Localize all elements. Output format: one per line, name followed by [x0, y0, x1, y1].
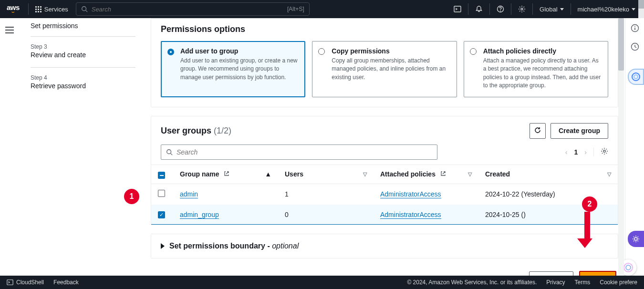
- notifications-icon[interactable]: [470, 0, 488, 18]
- settings-icon[interactable]: [513, 0, 530, 18]
- nav-divider: [532, 3, 533, 15]
- row-checkbox[interactable]: [158, 190, 165, 197]
- step-3-label: Step 3: [31, 43, 135, 50]
- radio-icon: [318, 48, 325, 55]
- caret-down-icon: [632, 8, 635, 10]
- floating-widget-1[interactable]: [628, 69, 644, 85]
- hamburger-icon[interactable]: [0, 22, 19, 40]
- option-add-to-group[interactable]: Add user to group Add user to an existin…: [161, 41, 305, 97]
- option-title: Attach policies directly: [483, 47, 601, 55]
- caret-down-icon: [560, 8, 564, 10]
- annotation-arrow: [582, 212, 592, 248]
- policy-link[interactable]: AdministratorAccess: [380, 190, 441, 198]
- svg-line-19: [171, 153, 173, 155]
- table-row[interactable]: ✓ admin_group 0 AdministratorAccess 2024…: [151, 205, 618, 225]
- aws-smile-icon: ⌣: [11, 10, 15, 14]
- permissions-boundary-toggle[interactable]: Set permissions boundary - optional: [151, 234, 618, 258]
- top-navigation: aws ⌣ Services [Alt+S] Global michael%20…: [0, 0, 644, 18]
- browser-scrollbar-thumb[interactable]: [638, 0, 644, 9]
- refresh-button[interactable]: [530, 123, 546, 139]
- option-copy-permissions[interactable]: Copy permissions Copy all group membersh…: [312, 41, 457, 97]
- filter-icon[interactable]: ▽: [607, 171, 611, 177]
- cookie-preferences-link[interactable]: Cookie prefere: [600, 279, 637, 286]
- services-menu[interactable]: Services: [31, 6, 73, 13]
- filter-icon[interactable]: ▽: [363, 171, 367, 177]
- option-attach-policies[interactable]: Attach policies directly Attach a manage…: [464, 41, 608, 97]
- external-link-icon: [440, 170, 446, 178]
- col-users[interactable]: Users: [285, 170, 303, 178]
- pagination: ‹ 1 ›: [565, 147, 608, 156]
- wizard-footer: Cancel Previous Next: [151, 267, 618, 276]
- cloudshell-label: CloudShell: [16, 279, 44, 286]
- prev-page[interactable]: ‹: [565, 148, 568, 156]
- step-divider: [31, 67, 135, 68]
- cloudshell-link[interactable]: CloudShell: [7, 279, 44, 286]
- option-desc: Add user to an existing group, or create…: [180, 57, 298, 82]
- table-settings-icon[interactable]: [593, 147, 608, 156]
- info-icon[interactable]: [631, 24, 639, 34]
- step-4-name[interactable]: Retrieve password: [31, 81, 135, 96]
- history-icon[interactable]: [631, 42, 639, 52]
- aws-logo[interactable]: aws ⌣: [0, 4, 26, 14]
- search-input[interactable]: [92, 6, 283, 13]
- permissions-boundary-panel: Set permissions boundary - optional: [151, 234, 618, 258]
- terms-link[interactable]: Terms: [575, 279, 591, 286]
- side-nav-toggle-rail: [0, 22, 19, 40]
- sort-asc-icon[interactable]: ▲: [265, 170, 271, 178]
- cancel-button[interactable]: Cancel: [488, 272, 523, 276]
- svg-point-15: [634, 237, 637, 240]
- search-icon: [166, 149, 173, 155]
- policy-link[interactable]: AdministratorAccess: [380, 211, 441, 219]
- col-created[interactable]: Created: [485, 170, 510, 178]
- help-icon[interactable]: [492, 0, 509, 18]
- search-shortcut: [Alt+S]: [287, 6, 304, 12]
- group-name-link[interactable]: admin_group: [180, 211, 219, 219]
- next-page[interactable]: ›: [584, 148, 587, 156]
- svg-point-5: [521, 8, 523, 10]
- option-desc: Attach a managed policy directly to a us…: [483, 57, 601, 90]
- col-attached-policies[interactable]: Attached policies: [380, 170, 436, 178]
- col-group-name[interactable]: Group name: [180, 170, 219, 178]
- row-checkbox[interactable]: ✓: [158, 211, 165, 218]
- user-groups-heading: User groups (1/2): [161, 126, 231, 136]
- step-3-name[interactable]: Review and create: [31, 50, 135, 65]
- create-group-button[interactable]: Create group: [551, 123, 608, 139]
- select-all-checkbox[interactable]: [158, 172, 165, 179]
- account-menu[interactable]: michael%20keleko: [573, 6, 640, 13]
- group-name-link[interactable]: admin: [180, 190, 198, 198]
- next-button[interactable]: Next: [579, 271, 616, 276]
- svg-point-16: [624, 263, 633, 272]
- filter-icon[interactable]: ▽: [468, 171, 472, 177]
- main-content: Permissions options Add user to group Ad…: [151, 18, 618, 276]
- permissions-options-panel: Permissions options Add user to group Ad…: [151, 18, 618, 107]
- cloudshell-icon[interactable]: [449, 0, 466, 18]
- table-row[interactable]: admin 1 AdministratorAccess 2024-10-22 (…: [151, 184, 618, 205]
- region-label: Global: [540, 6, 558, 13]
- cell-users: 1: [278, 184, 374, 205]
- grid-icon: [35, 6, 42, 12]
- groups-search[interactable]: [161, 144, 437, 160]
- cell-created: 2024-10-25 (): [478, 205, 618, 225]
- previous-button[interactable]: Previous: [529, 271, 573, 276]
- step-divider: [31, 36, 135, 37]
- search-icon: [81, 6, 88, 12]
- svg-point-11: [634, 26, 635, 27]
- global-search[interactable]: [Alt+S]: [76, 2, 310, 16]
- permissions-options-heading: Permissions options: [161, 24, 608, 34]
- privacy-link[interactable]: Privacy: [546, 279, 565, 286]
- table-header-row: Group name▲ Users▽ Attached policies▽ Cr…: [151, 165, 618, 184]
- expand-icon: [161, 243, 165, 249]
- groups-search-input[interactable]: [177, 148, 432, 156]
- option-desc: Copy all group memberships, attached man…: [332, 57, 449, 82]
- services-label: Services: [44, 6, 68, 13]
- region-selector[interactable]: Global: [535, 6, 569, 13]
- content-scrollbar-thumb[interactable]: [618, 18, 624, 71]
- step-4-label: Step 4: [31, 74, 135, 81]
- feedback-link[interactable]: Feedback: [53, 279, 79, 286]
- wizard-steps: Set permissions Step 3 Review and create…: [31, 18, 135, 99]
- svg-line-1: [85, 10, 87, 12]
- page-number: 1: [574, 148, 578, 156]
- copyright-text: © 2024, Amazon Web Services, Inc. or its…: [407, 279, 537, 286]
- floating-widget-2[interactable]: [628, 231, 644, 247]
- svg-point-13: [632, 73, 640, 81]
